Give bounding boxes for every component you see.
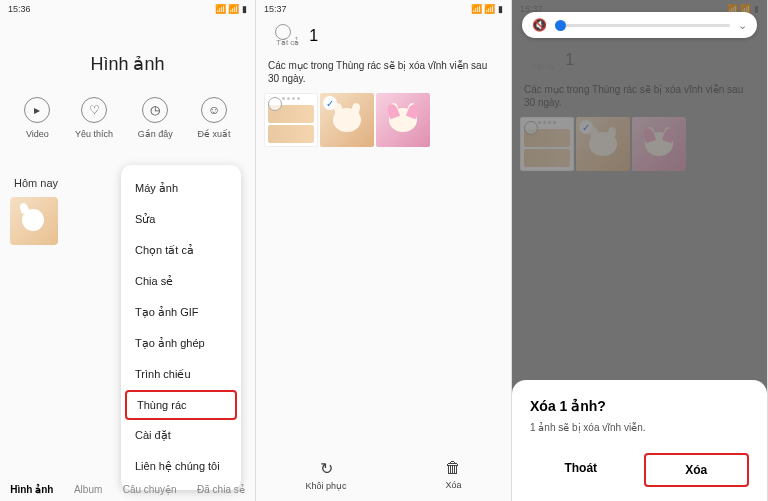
photo-thumbnail[interactable] xyxy=(10,197,58,245)
action-label: Yêu thích xyxy=(75,129,113,139)
menu-settings[interactable]: Cài đặt xyxy=(121,420,241,451)
screen-delete-confirm: 15:37 📶 📶 ▮ Tất cả 1 Các mục trong Thùng… xyxy=(512,0,768,501)
dialog-title: Xóa 1 ảnh? xyxy=(530,398,749,414)
screen-gallery: 15:36 📶 📶 ▮ Hình ảnh ▸Video ♡Yêu thích ◷… xyxy=(0,0,256,501)
tab-photos[interactable]: Hình ảnh xyxy=(10,484,53,495)
tab-shared[interactable]: Đã chia sẻ xyxy=(197,484,245,495)
bottom-tabs: Hình ảnh Album Câu chuyện Đã chia sẻ xyxy=(0,484,255,495)
delete-button[interactable]: 🗑 Xóa xyxy=(445,459,461,491)
restore-label: Khôi phục xyxy=(305,481,346,491)
menu-share[interactable]: Chia sẻ xyxy=(121,266,241,297)
trash-icon: 🗑 xyxy=(445,459,461,477)
clock-icon: ◷ xyxy=(142,97,168,123)
delete-dialog: Xóa 1 ảnh? 1 ảnh sẽ bị xóa vĩnh viễn. Th… xyxy=(512,380,767,501)
heart-icon: ♡ xyxy=(81,97,107,123)
menu-edit[interactable]: Sửa xyxy=(121,204,241,235)
menu-collage[interactable]: Tạo ảnh ghép xyxy=(121,328,241,359)
menu-camera[interactable]: Máy ảnh xyxy=(121,173,241,204)
tab-albums[interactable]: Album xyxy=(74,484,102,495)
action-label: Video xyxy=(26,129,49,139)
delete-label: Xóa xyxy=(445,480,461,490)
thumbnails-row: ✓ xyxy=(256,91,511,149)
selection-count: 1 xyxy=(309,27,318,45)
dialog-buttons: Thoát Xóa xyxy=(530,453,749,487)
action-label: Đề xuất xyxy=(198,129,231,139)
confirm-delete-button[interactable]: Xóa xyxy=(644,453,750,487)
screen-trash-select: 15:37 📶 📶 ▮ Tất cả 1 Các mục trong Thùng… xyxy=(256,0,512,501)
bottom-actions: ↻ Khôi phục 🗑 Xóa xyxy=(256,459,511,491)
status-time: 15:36 xyxy=(8,4,31,14)
thumbnail-pink[interactable] xyxy=(376,93,430,147)
overflow-menu: Máy ảnh Sửa Chọn tất cả Chia sẻ Tạo ảnh … xyxy=(121,165,241,490)
action-suggest[interactable]: ☺Đề xuất xyxy=(198,97,231,139)
status-time: 15:37 xyxy=(264,4,287,14)
quick-actions-row: ▸Video ♡Yêu thích ◷Gần đây ☺Đề xuất xyxy=(0,97,255,139)
trash-notice: Các mục trong Thùng rác sẽ bị xóa vĩnh v… xyxy=(256,53,511,91)
smile-icon: ☺ xyxy=(201,97,227,123)
action-recent[interactable]: ◷Gần đây xyxy=(138,97,173,139)
page-title: Hình ảnh xyxy=(0,53,255,75)
volume-slider[interactable]: 🔇 ⌄ xyxy=(522,12,757,38)
status-bar: 15:37 📶 📶 ▮ xyxy=(256,0,511,18)
thumbnail-collage[interactable] xyxy=(264,93,318,147)
menu-trash[interactable]: Thùng rác xyxy=(125,390,237,420)
action-favorite[interactable]: ♡Yêu thích xyxy=(75,97,113,139)
tab-stories[interactable]: Câu chuyện xyxy=(123,484,177,495)
menu-select-all[interactable]: Chọn tất cả xyxy=(121,235,241,266)
chevron-down-icon[interactable]: ⌄ xyxy=(738,19,747,32)
menu-gif[interactable]: Tạo ảnh GIF xyxy=(121,297,241,328)
cancel-button[interactable]: Thoát xyxy=(530,453,632,487)
volume-thumb[interactable] xyxy=(555,20,566,31)
status-icons: 📶 📶 ▮ xyxy=(215,4,247,14)
action-video[interactable]: ▸Video xyxy=(24,97,50,139)
action-label: Gần đây xyxy=(138,129,173,139)
restore-button[interactable]: ↻ Khôi phục xyxy=(305,459,346,491)
menu-slideshow[interactable]: Trình chiếu xyxy=(121,359,241,390)
video-icon: ▸ xyxy=(24,97,50,123)
volume-track[interactable] xyxy=(555,24,730,27)
status-bar: 15:36 📶 📶 ▮ xyxy=(0,0,255,18)
menu-contact[interactable]: Liên hệ chúng tôi xyxy=(121,451,241,482)
selection-header: Tất cả 1 xyxy=(256,18,511,53)
select-all-label: Tất cả xyxy=(276,38,299,47)
thumbnail-cat[interactable]: ✓ xyxy=(320,93,374,147)
check-icon[interactable] xyxy=(268,97,282,111)
restore-icon: ↻ xyxy=(320,459,333,478)
status-icons: 📶 📶 ▮ xyxy=(471,4,503,14)
speaker-mute-icon: 🔇 xyxy=(532,18,547,32)
dialog-message: 1 ảnh sẽ bị xóa vĩnh viễn. xyxy=(530,422,749,433)
